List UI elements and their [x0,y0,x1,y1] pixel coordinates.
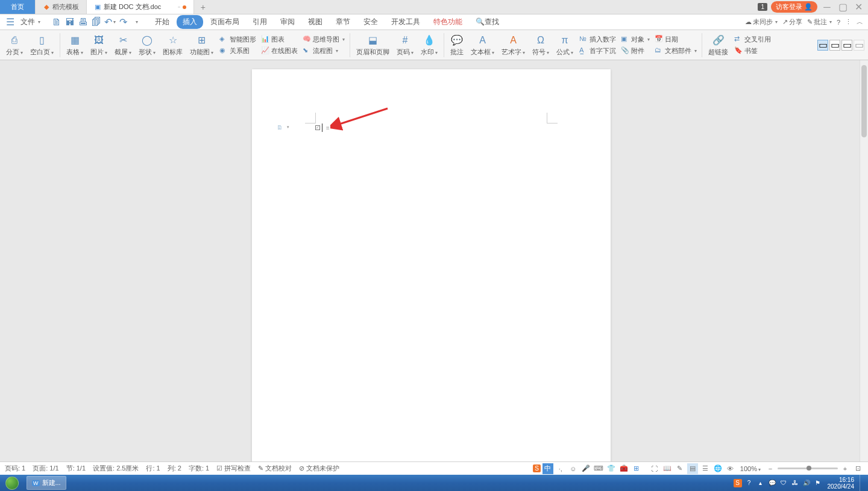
tab-reference[interactable]: 引用 [247,15,273,29]
word-art-button[interactable]: A艺术字 [499,33,527,58]
qat-more-icon[interactable] [131,17,142,28]
view-mode-4[interactable]: ▭ [854,40,864,51]
mindmap-button[interactable]: 🧠思维导图 [301,34,346,45]
start-button[interactable] [0,475,24,491]
scroll-thumb[interactable] [861,65,867,137]
edit-mode-icon[interactable]: ✎ [675,463,685,474]
minimize-button[interactable]: ─ [821,1,833,13]
flowchart-button[interactable]: ⬊流程图 [301,46,346,56]
zoom-in-button[interactable]: + [840,463,851,474]
redo-icon[interactable]: ↷ [118,17,128,28]
fullscreen-icon[interactable]: ⛶ [649,463,660,474]
tab-review[interactable]: 审阅 [274,15,301,29]
doc-parts-button[interactable]: 🗂文档部件 [653,46,698,56]
table-button[interactable]: ▦表格 [64,33,86,58]
tray-help-icon[interactable]: ? [745,479,753,487]
tab-view[interactable]: 视图 [302,15,329,29]
taskbar-wps-button[interactable]: W 新建... [27,476,66,490]
new-icon[interactable]: 🗎 [51,17,62,28]
status-proof[interactable]: ✎ 文档校对 [258,464,292,473]
find-button[interactable]: 🔍查找 [470,15,505,29]
help-icon[interactable]: ? [837,19,840,26]
status-setting[interactable]: 设置值: 2.5厘米 [93,464,139,473]
vertical-scrollbar[interactable] [860,60,868,475]
attachment-button[interactable]: 📎附件 [620,46,651,56]
collapse-ribbon-icon[interactable]: ︿ [857,17,863,27]
login-button[interactable]: 访客登录 👤 [771,1,817,13]
close-button[interactable]: ✕ [852,1,864,13]
new-tab-button[interactable]: + [194,0,212,14]
header-footer-button[interactable]: ⬓页眉和页脚 [354,33,392,58]
blank-page-button[interactable]: ▯空白页 [28,33,56,58]
smart-shape-button[interactable]: ◈智能图形 [218,34,257,45]
ime-grid-icon[interactable]: ⊞ [631,463,642,474]
tab-section[interactable]: 章节 [330,15,356,29]
icon-lib-button[interactable]: ☆图标库 [160,33,185,58]
status-page-no[interactable]: 页码: 1 [5,464,25,473]
zoom-thumb[interactable] [807,466,811,471]
share-button[interactable]: ↗ 分享 [782,17,802,27]
web-view-icon[interactable]: 🌐 [712,463,723,474]
file-menu[interactable]: 文件 [18,16,43,28]
status-page[interactable]: 页面: 1/1 [33,464,58,473]
save-icon[interactable]: 🖬 [64,17,75,28]
tray-sogou-icon[interactable]: S [734,479,742,487]
notification-badge[interactable]: 1 [758,3,767,11]
maximize-button[interactable]: ▢ [837,1,849,13]
view-mode-3[interactable]: ▭ [841,40,852,51]
print-icon[interactable]: 🖶 [78,17,89,28]
screenshot-button[interactable]: ✂截屏 [112,33,134,58]
drop-cap-button[interactable]: A̲首字下沉 [578,46,617,56]
tab-template[interactable]: ◆ 稻壳模板 [36,0,87,14]
online-chart-button[interactable]: 📈在线图表 [260,46,299,56]
document-page[interactable]: 🗎 ▾ ✓ ≡ [252,69,611,475]
tray-chevron-icon[interactable]: ▴ [756,479,765,487]
comment-button[interactable]: ✎ 批注 [807,17,832,27]
ime-emoji-icon[interactable]: ☺ [568,463,579,474]
watermark-button[interactable]: 💧水印 [418,33,440,58]
ime-punct-icon[interactable]: ·, [555,463,566,474]
object-button[interactable]: ▣对象 [620,34,651,45]
outline-view-icon[interactable]: ☰ [700,463,711,474]
print-preview-icon[interactable]: 🗐 [91,17,102,28]
tray-volume-icon[interactable]: 🔊 [802,479,811,487]
page-view-icon[interactable]: ▤ [687,463,698,474]
status-protection[interactable]: ⊘ 文档未保护 [299,464,339,473]
function-chart-button[interactable]: ⊞功能图 [187,33,216,58]
paragraph-marker[interactable]: 🗎 ▾ [276,124,292,131]
text-box-button[interactable]: A文本框 [468,33,497,58]
ime-keyboard-icon[interactable]: ⌨ [593,463,604,474]
tab-dev[interactable]: 开发工具 [385,15,426,29]
tab-layout[interactable]: 页面布局 [204,15,245,29]
zoom-out-button[interactable]: − [765,463,776,474]
eye-protect-icon[interactable]: 👁 [725,463,736,474]
tab-document[interactable]: ▣ 新建 DOC 文档.doc ▫ [87,0,194,14]
ribbon-comment-button[interactable]: 💬批注 [448,33,466,58]
tray-network-icon[interactable]: 🖧 [791,479,799,487]
ime-tool-icon[interactable]: 🧰 [618,463,629,474]
sogou-ime-icon[interactable]: S [533,464,541,472]
view-mode-2[interactable]: ▭ [829,40,840,51]
tray-chat-icon[interactable]: 💬 [768,479,776,487]
system-clock[interactable]: 16:16 2020/4/24 [825,477,857,490]
cross-ref-button[interactable]: ⇄交叉引用 [733,34,772,45]
page-number-button[interactable]: #页码 [394,33,416,58]
shape-button[interactable]: ◯形状 [136,33,158,58]
tab-security[interactable]: 安全 [357,15,384,29]
zoom-slider[interactable] [778,468,838,469]
hyperlink-button[interactable]: 🔗超链接 [706,33,731,58]
page-break-button[interactable]: ⎙分页 [4,33,25,58]
ime-mic-icon[interactable]: 🎤 [580,463,591,474]
more-icon[interactable]: ⋮ [845,18,852,26]
date-button[interactable]: 📅日期 [653,34,698,45]
status-row[interactable]: 行: 1 [146,464,160,473]
ime-skin-icon[interactable]: 👕 [606,463,617,474]
tab-home[interactable]: 首页 [0,0,36,14]
read-mode-icon[interactable]: 📖 [662,463,673,474]
insert-number-button[interactable]: №插入数字 [578,34,617,45]
ime-lang[interactable]: 中 [542,463,553,474]
tab-menu-icon[interactable]: ▫ [178,4,180,10]
view-mode-1[interactable]: ▭ [817,40,828,51]
zoom-value[interactable]: 100% [740,465,761,472]
chart-button[interactable]: 📊图表 [260,34,299,45]
